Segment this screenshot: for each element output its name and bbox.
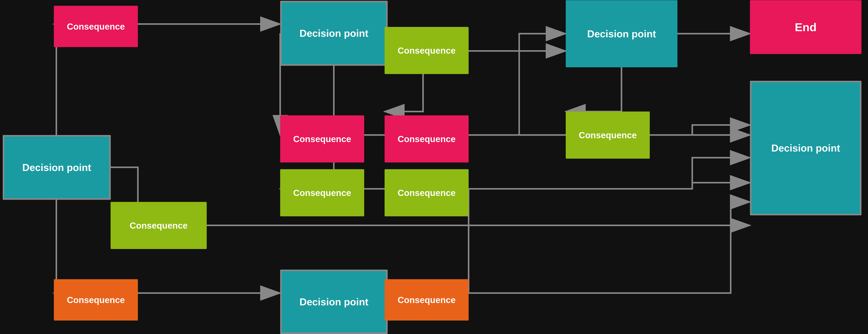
node-c6: Consequence	[384, 27, 469, 74]
node-c3: Consequence	[54, 279, 138, 321]
node-dp1: Decision point	[3, 135, 111, 200]
node-c10: Consequence	[566, 112, 650, 159]
node-c4: Consequence	[280, 115, 364, 162]
node-dp2: Decision point	[280, 1, 388, 66]
node-c5: Consequence	[280, 169, 364, 216]
node-dp4: Decision point	[566, 0, 677, 67]
node-c2: Consequence	[111, 202, 207, 249]
node-c8: Consequence	[384, 169, 469, 216]
node-end1: End	[750, 0, 862, 54]
node-c7: Consequence	[384, 115, 469, 162]
node-c1: Consequence	[54, 6, 138, 47]
diagram: Decision point Consequence Consequence C…	[0, 0, 868, 334]
node-dp5: Decision point	[750, 81, 862, 215]
node-c9: Consequence	[384, 279, 469, 321]
node-dp3: Decision point	[280, 270, 388, 334]
